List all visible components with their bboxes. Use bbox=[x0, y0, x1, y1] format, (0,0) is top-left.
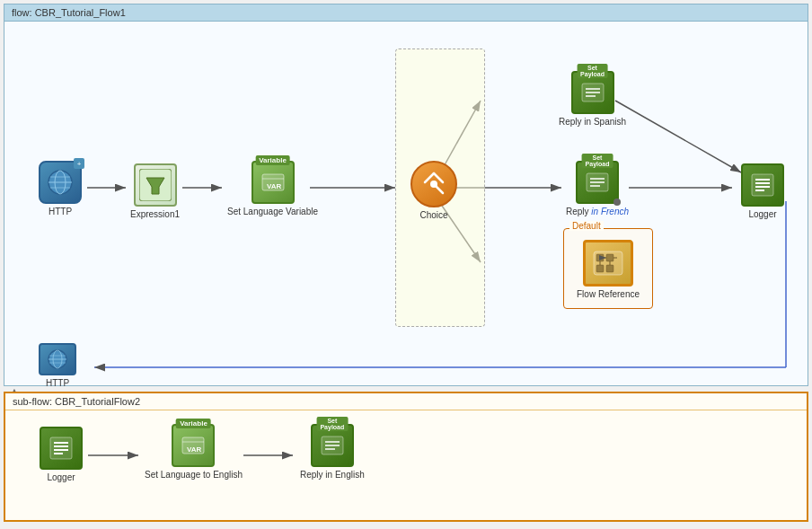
payload-spanish-icon bbox=[579, 79, 606, 106]
variable-icon: VAR bbox=[260, 169, 287, 196]
subflow-payload-svg bbox=[319, 432, 346, 459]
subflow-set-language-icon: Variable VAR bbox=[172, 424, 215, 467]
default-label: Default bbox=[569, 221, 604, 231]
set-payload-french-node[interactable]: SetPayload Reply in French bbox=[566, 161, 629, 216]
http-node[interactable]: + HTTP bbox=[39, 161, 82, 216]
set-language-node[interactable]: Variable VAR Set Language Variable bbox=[227, 161, 318, 216]
expression-node-icon bbox=[134, 163, 177, 207]
choice-icon bbox=[419, 170, 448, 198]
variable-badge: Variable bbox=[255, 155, 290, 165]
subflow-set-language-node[interactable]: Variable VAR Set Language to English bbox=[145, 424, 243, 480]
set-payload-spanish-label: Reply in Spanish bbox=[559, 117, 626, 127]
flow-reference-icon bbox=[583, 240, 633, 287]
svg-point-25 bbox=[430, 181, 437, 188]
subflow-panel: sub-flow: CBR_TutorialFlow2 bbox=[4, 392, 808, 522]
choice-node[interactable]: Choice bbox=[410, 161, 457, 220]
subflow-canvas: Logger Variable VAR Set Language to Engl… bbox=[5, 410, 807, 517]
set-payload-french-icon: SetPayload bbox=[576, 161, 619, 204]
svg-line-7 bbox=[615, 101, 741, 172]
default-box: Default bbox=[563, 228, 653, 309]
set-language-node-label: Set Language Variable bbox=[227, 207, 318, 216]
set-payload-badge-french: SetPayload bbox=[582, 154, 613, 168]
logger-icon bbox=[748, 171, 777, 199]
flow-panel: flow: CBR_Tutorial_Flow1 bbox=[4, 4, 808, 386]
flow-reference-label: Flow Reference bbox=[577, 289, 640, 299]
logger-node-main[interactable]: Logger bbox=[741, 163, 784, 219]
subflow-logger-node[interactable]: Logger bbox=[40, 427, 83, 482]
cursor-indicator bbox=[613, 198, 621, 206]
flow-canvas: + HTTP bbox=[4, 22, 808, 402]
subflow-panel-header: sub-flow: CBR_TutorialFlow2 bbox=[5, 393, 807, 410]
subflow-arrows bbox=[5, 410, 807, 517]
svg-text:VAR: VAR bbox=[267, 182, 282, 190]
subflow-payload-badge: SetPayload bbox=[316, 417, 348, 431]
globe-icon bbox=[46, 168, 75, 197]
filter-icon bbox=[139, 169, 172, 201]
choice-node-label: Choice bbox=[419, 210, 447, 220]
subflow-set-payload-icon: SetPayload bbox=[311, 424, 354, 467]
http-bottom-icon bbox=[39, 343, 76, 375]
expression-node[interactable]: Expression1 bbox=[130, 163, 180, 219]
subflow-set-payload-node[interactable]: SetPayload Reply in English bbox=[300, 424, 365, 480]
subflow-title: sub-flow: CBR_TutorialFlow2 bbox=[13, 396, 140, 407]
svg-text:VAR: VAR bbox=[187, 445, 202, 454]
flow-title: flow: CBR_Tutorial_Flow1 bbox=[12, 7, 126, 18]
svg-rect-36 bbox=[606, 254, 613, 261]
logger-node-label: Logger bbox=[748, 209, 776, 219]
http-node-icon: + bbox=[39, 161, 82, 204]
set-payload-badge-spanish: SetPayload bbox=[577, 64, 608, 78]
flow-panel-header: flow: CBR_Tutorial_Flow1 bbox=[4, 4, 808, 22]
subflow-variable-badge: Variable bbox=[176, 419, 211, 428]
subflow-variable-svg: VAR bbox=[180, 432, 207, 459]
subflow-set-payload-label: Reply in English bbox=[300, 470, 365, 480]
flowref-svg-icon bbox=[592, 250, 624, 277]
svg-rect-35 bbox=[596, 254, 604, 261]
subflow-logger-svg bbox=[47, 434, 75, 463]
globe-bottom-icon bbox=[45, 348, 70, 370]
http-node-label: HTTP bbox=[49, 207, 72, 216]
svg-rect-56 bbox=[50, 437, 72, 459]
http-bottom-node[interactable]: HTTP bbox=[39, 343, 76, 388]
set-payload-spanish-icon: SetPayload bbox=[571, 71, 614, 114]
set-language-node-icon: Variable VAR bbox=[252, 161, 295, 204]
set-payload-french-label: Reply in French bbox=[566, 207, 629, 216]
payload-french-icon bbox=[584, 169, 611, 196]
expression-node-label: Expression1 bbox=[130, 209, 180, 219]
http-bottom-label: HTTP bbox=[46, 378, 69, 388]
flow-reference-node[interactable]: Flow Reference bbox=[577, 240, 640, 299]
subflow-logger-icon bbox=[40, 427, 83, 470]
choice-node-icon bbox=[410, 161, 457, 207]
logger-node-icon bbox=[741, 163, 784, 207]
subflow-set-language-label: Set Language to English bbox=[145, 470, 243, 480]
subflow-logger-label: Logger bbox=[47, 472, 75, 482]
expand-icon: + bbox=[74, 158, 84, 169]
set-payload-spanish-node[interactable]: SetPayload Reply in Spanish bbox=[559, 71, 626, 127]
svg-rect-37 bbox=[596, 265, 604, 272]
svg-rect-38 bbox=[606, 265, 613, 272]
svg-rect-43 bbox=[752, 174, 773, 196]
